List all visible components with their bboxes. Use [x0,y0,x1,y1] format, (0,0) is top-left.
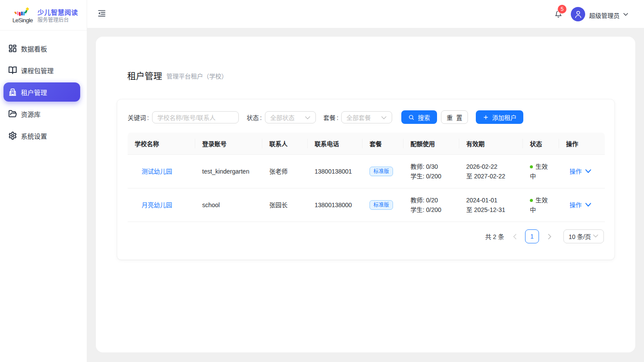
svg-text:LeSingle: LeSingle [13,17,33,24]
